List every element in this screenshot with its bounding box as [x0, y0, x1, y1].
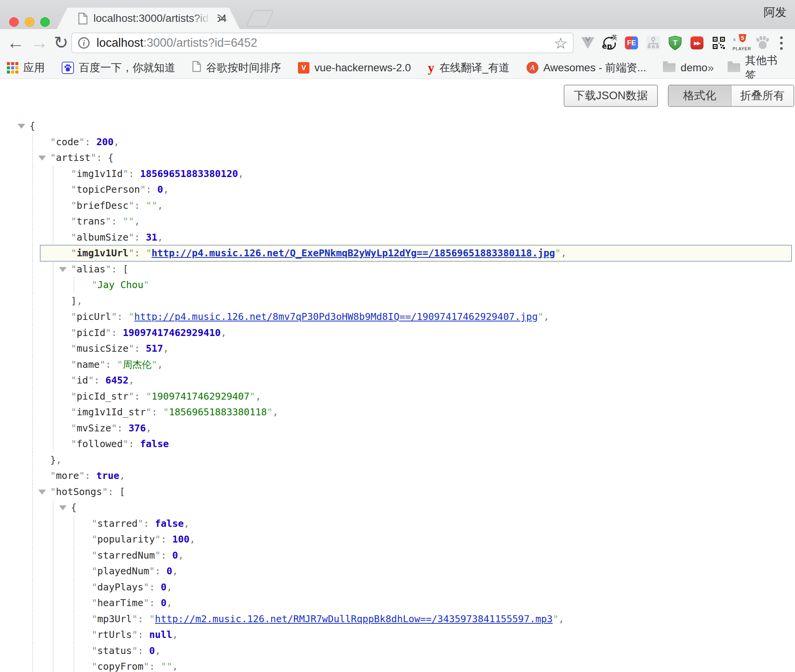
- json-token-q: ": [88, 375, 94, 386]
- json-line-content: "picId_str": "19097417462929407",: [0, 388, 795, 405]
- json-token-c: :: [94, 375, 105, 386]
- json-token-q: ": [132, 629, 137, 640]
- json-token-k: picId: [77, 327, 105, 338]
- json-token-n: 6452: [105, 375, 128, 386]
- json-token-c: ,: [172, 565, 178, 577]
- json-token-c: ,: [114, 136, 119, 148]
- json-token-k: topicPerson: [77, 184, 140, 195]
- json-token-s: Jay Chou: [97, 279, 143, 290]
- json-line-content: "img1v1Id_str": "18569651883380118",: [0, 404, 795, 420]
- json-token-s: 18569651883380118: [169, 406, 267, 418]
- json-line-content: "more": true,: [0, 468, 795, 484]
- json-token-q: ": [129, 200, 134, 211]
- json-line-content: "starredNum": 0,: [0, 547, 795, 564]
- json-token-c: ,: [129, 375, 134, 386]
- json-token-sq: "": [146, 200, 157, 211]
- json-token-c: :: [149, 582, 161, 593]
- json-line: "img1v1Url": "http://p4.music.126.net/Q_…: [0, 245, 795, 261]
- json-line: "playedNum": 0,: [0, 563, 795, 579]
- json-token-sq: ": [267, 406, 273, 418]
- json-token-c: ,: [238, 168, 244, 179]
- json-token-sq: ": [553, 613, 558, 624]
- json-token-n: 0: [149, 645, 155, 656]
- json-token-n: false: [155, 518, 184, 529]
- json-url-link[interactable]: http://p4.music.126.net/8mv7qP30Pd3oHW8b…: [134, 311, 538, 322]
- json-token-k: playedNum: [97, 565, 149, 577]
- json-token-k: starredNum: [97, 550, 155, 561]
- json-token-q: ": [123, 168, 128, 179]
- json-line-content: "picId": 19097417462929410,: [0, 325, 795, 341]
- json-line: "topicPerson": 0,: [0, 182, 795, 198]
- json-token-sq: ": [152, 359, 157, 370]
- json-line: "id": 6452,: [0, 372, 795, 388]
- json-token-k: artist: [56, 152, 90, 163]
- json-token-c: :: [134, 247, 146, 259]
- json-line: "starred": false,: [0, 516, 795, 532]
- json-token-c: :: [137, 613, 149, 624]
- json-token-c: ,: [172, 661, 178, 672]
- json-token-n: 0: [161, 582, 167, 593]
- json-token-k: followed: [77, 438, 123, 449]
- json-token-c: :: [137, 645, 149, 656]
- json-token-k: hotSongs: [56, 486, 102, 497]
- json-line: "mvSize": 376,: [0, 420, 795, 436]
- json-line: "name": "周杰伦",: [0, 357, 795, 373]
- json-token-q: ": [50, 470, 56, 481]
- json-token-sq: ": [117, 359, 123, 370]
- json-token-s: 周杰伦: [123, 359, 152, 370]
- json-url-link[interactable]: http://p4.music.126.net/Q_ExePNkmqB2yWyL…: [152, 247, 555, 259]
- json-line-content: "hotSongs": [: [0, 484, 795, 500]
- json-token-q: ": [50, 486, 56, 497]
- json-token-q: ": [111, 423, 117, 434]
- json-token-c: ,: [146, 423, 152, 434]
- json-token-c: ,: [561, 247, 566, 259]
- json-token-q: ": [105, 216, 111, 227]
- json-token-c: ,: [77, 295, 82, 306]
- json-token-q: ": [71, 406, 77, 418]
- json-token-c: ,: [184, 518, 190, 529]
- json-token-c: ,: [190, 534, 195, 545]
- json-token-k: musicSize: [77, 343, 128, 354]
- json-token-q: ": [71, 200, 77, 211]
- json-line-content: "hearTime": 0,: [0, 595, 795, 611]
- json-line: "picId_str": "19097417462929407",: [0, 388, 795, 405]
- json-token-sq: "": [123, 216, 134, 227]
- json-token-sq: ": [92, 279, 97, 290]
- json-token-q: ": [92, 597, 97, 608]
- json-token-q: ": [92, 565, 97, 577]
- json-token-q: ": [143, 661, 149, 672]
- json-token-c: :: [134, 391, 146, 402]
- json-token-c: ,: [255, 391, 261, 402]
- json-token-q: ": [71, 247, 77, 259]
- json-token-c: :: [134, 200, 146, 211]
- json-line-content: "Jay Chou": [0, 277, 795, 293]
- json-token-c: :: [117, 423, 128, 434]
- json-token-k: dayPlays: [97, 582, 143, 593]
- json-token-sq: ": [538, 311, 543, 322]
- json-token-q: ": [155, 534, 161, 545]
- json-token-c: :: [111, 216, 123, 227]
- json-token-q: ": [132, 645, 137, 656]
- json-line: "picId": 19097417462929410,: [0, 325, 795, 341]
- json-token-q: ": [71, 232, 77, 243]
- json-token-q: ": [129, 247, 134, 259]
- json-token-k: starred: [97, 518, 137, 529]
- json-token-n: false: [140, 438, 169, 449]
- json-token-q: ": [105, 264, 111, 275]
- json-token-c: ,: [157, 232, 163, 243]
- json-line: "albumSize": 31,: [0, 229, 795, 246]
- json-line-content: "mvSize": 376,: [0, 420, 795, 436]
- json-line: ],: [0, 293, 795, 309]
- json-token-k: rtUrls: [97, 629, 132, 640]
- json-token-c: ,: [157, 200, 163, 211]
- json-token-q: ": [71, 168, 77, 179]
- json-token-p: [: [119, 486, 125, 497]
- json-token-k: alias: [77, 264, 105, 275]
- json-token-c: :: [146, 184, 157, 195]
- json-url-link[interactable]: http://m2.music.126.net/RMJR7wDullRqppBk…: [155, 613, 553, 624]
- json-token-c: :: [134, 232, 146, 243]
- json-line: "more": true,: [0, 468, 795, 484]
- json-line-content: "id": 6452,: [0, 372, 795, 388]
- json-line-content: "img1v1Url": "http://p4.music.126.net/Q_…: [0, 245, 795, 261]
- json-token-q: ": [71, 311, 77, 322]
